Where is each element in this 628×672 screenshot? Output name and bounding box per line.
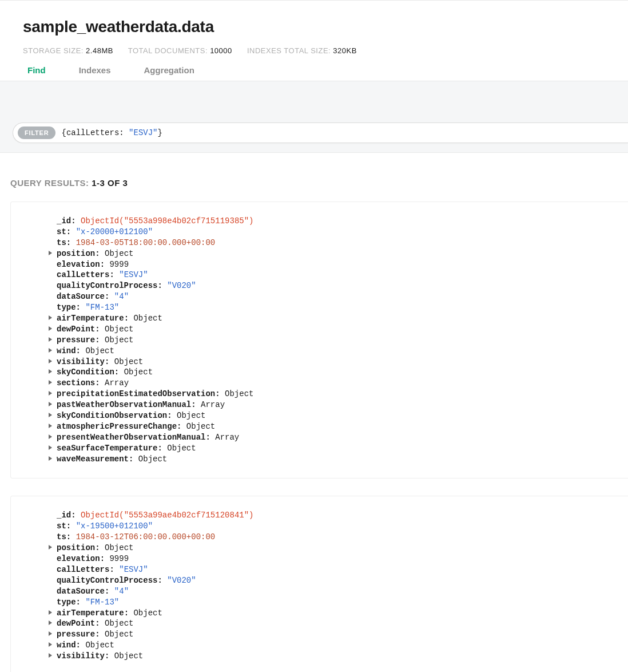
field-colon: : — [100, 554, 110, 563]
field-colon: : — [95, 335, 105, 345]
field-value: Object — [105, 335, 133, 345]
field-value: "x-19500+012100" — [76, 521, 153, 531]
field-row: sections: Array — [57, 378, 628, 389]
tab-aggregation[interactable]: Aggregation — [144, 65, 194, 81]
field-row: presentWeatherObservationManual: Array — [57, 432, 628, 443]
total-documents-value: 10000 — [210, 46, 232, 55]
field-row: airTemperature: Object — [57, 313, 628, 324]
chevron-right-icon[interactable] — [49, 315, 52, 320]
field-key: dewPoint — [57, 619, 95, 628]
field-colon: : — [71, 216, 81, 226]
field-colon: : — [76, 598, 86, 607]
chevron-right-icon[interactable] — [49, 620, 52, 625]
chevron-right-icon[interactable] — [49, 413, 52, 417]
field-value: Array — [215, 433, 239, 442]
field-row: dewPoint: Object — [57, 324, 628, 335]
chevron-right-icon[interactable] — [49, 369, 52, 374]
chevron-right-icon[interactable] — [49, 326, 52, 331]
chevron-right-icon[interactable] — [49, 359, 52, 363]
field-value: Object — [167, 444, 196, 453]
chevron-right-icon[interactable] — [49, 391, 52, 396]
field-key: dataSource — [57, 587, 105, 596]
chevron-right-icon[interactable] — [49, 337, 52, 342]
field-colon: : — [205, 433, 215, 442]
field-colon: : — [95, 619, 105, 628]
field-value: Object — [85, 641, 114, 650]
field-key: pressure — [57, 630, 95, 639]
field-row: qualityControlProcess: "V020" — [57, 575, 628, 586]
collection-title: sample_weatherdata.data — [23, 18, 605, 36]
chevron-right-icon[interactable] — [49, 380, 52, 385]
field-key: pastWeatherObservationManual — [57, 400, 191, 409]
field-row: waveMeasurement: Object — [57, 454, 628, 465]
collection-stats: STORAGE SIZE: 2.48MB TOTAL DOCUMENTS: 10… — [23, 46, 605, 55]
field-row: dataSource: "4" — [57, 291, 628, 302]
filter-input[interactable]: {callLetters: "ESVJ"} — [61, 128, 622, 137]
field-row: visibility: Object — [57, 651, 628, 662]
chevron-right-icon[interactable] — [49, 348, 52, 353]
field-row: _id: ObjectId("5553a99ae4b02cf715120841"… — [57, 510, 628, 521]
chevron-right-icon[interactable] — [49, 456, 52, 461]
field-key: callLetters — [57, 565, 109, 574]
field-colon: : — [109, 565, 119, 574]
field-colon: : — [157, 576, 167, 585]
chevron-right-icon[interactable] — [49, 631, 52, 636]
filter-bar[interactable]: FILTER {callLetters: "ESVJ"} — [13, 122, 628, 143]
field-colon: : — [105, 587, 114, 596]
field-colon: : — [66, 532, 76, 541]
indexes-size-value: 320KB — [333, 46, 357, 55]
field-value: ObjectId("5553a99ae4b02cf715120841") — [81, 511, 253, 520]
chevron-right-icon[interactable] — [49, 251, 52, 255]
field-value: Object — [124, 367, 153, 377]
field-colon: : — [76, 641, 86, 650]
field-colon: : — [157, 281, 167, 290]
field-row: seaSurfaceTemperature: Object — [57, 443, 628, 454]
field-colon: : — [100, 260, 110, 269]
field-key: qualityControlProcess — [57, 281, 157, 290]
filter-pill: FILTER — [18, 127, 55, 139]
tab-indexes[interactable]: Indexes — [79, 65, 111, 81]
field-key: qualityControlProcess — [57, 576, 157, 585]
field-key: precipitationEstimatedObservation — [57, 389, 215, 398]
field-row: elevation: 9999 — [57, 259, 628, 270]
field-colon: : — [105, 651, 114, 661]
chevron-right-icon[interactable] — [49, 545, 52, 550]
field-row: pastWeatherObservationManual: Array — [57, 400, 628, 410]
field-colon: : — [191, 400, 201, 409]
chevron-right-icon[interactable] — [49, 402, 52, 406]
field-colon: : — [105, 292, 114, 301]
field-colon: : — [177, 422, 186, 431]
field-key: pressure — [57, 335, 95, 345]
field-value: "4" — [114, 292, 129, 301]
field-row: wind: Object — [57, 640, 628, 651]
field-value: "FM-13" — [85, 303, 119, 312]
field-key: dewPoint — [57, 325, 95, 334]
field-value: 9999 — [109, 554, 129, 563]
chevron-right-icon[interactable] — [49, 653, 52, 658]
field-row: elevation: 9999 — [57, 554, 628, 564]
field-key: wind — [57, 346, 76, 355]
field-colon: : — [124, 608, 134, 618]
field-colon: : — [66, 521, 76, 531]
filter-value: "ESVJ" — [129, 128, 157, 137]
field-row: visibility: Object — [57, 357, 628, 367]
tab-bar: Find Indexes Aggregation — [23, 65, 605, 81]
chevron-right-icon[interactable] — [49, 610, 52, 615]
field-colon: : — [167, 411, 177, 420]
field-colon: : — [71, 511, 81, 520]
tab-find[interactable]: Find — [27, 65, 46, 81]
field-colon: : — [95, 630, 105, 639]
field-value: Object — [114, 357, 143, 366]
filter-brace-close: } — [158, 128, 162, 137]
field-row: airTemperature: Object — [57, 608, 628, 619]
chevron-right-icon[interactable] — [49, 424, 52, 428]
field-colon: : — [66, 238, 76, 247]
field-value: Array — [105, 378, 129, 388]
field-row: ts: 1984-03-12T06:00:00.000+00:00 — [57, 532, 628, 543]
field-key: st — [57, 227, 66, 236]
field-row: ts: 1984-03-05T18:00:00.000+00:00 — [57, 238, 628, 248]
filter-area: FILTER {callLetters: "ESVJ"} — [0, 81, 628, 153]
chevron-right-icon[interactable] — [49, 445, 52, 450]
chevron-right-icon[interactable] — [49, 434, 52, 439]
chevron-right-icon[interactable] — [49, 642, 52, 647]
